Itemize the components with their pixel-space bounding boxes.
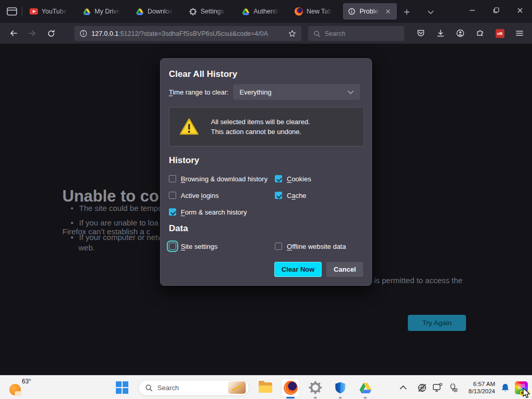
gear-icon	[309, 381, 322, 394]
display-icon[interactable]	[432, 382, 443, 393]
tab-close-icon[interactable]	[384, 7, 392, 16]
mouse-cursor	[523, 388, 531, 399]
restore-button[interactable]	[484, 0, 508, 21]
checkbox[interactable]	[275, 192, 282, 199]
checkbox-focused[interactable]	[169, 243, 176, 250]
error-bullet-3-wrap: web.	[78, 243, 95, 252]
error-bullet-1: The site could be tempo	[71, 204, 162, 212]
running-app-indicator	[339, 397, 342, 398]
warning-text: All selected items will be cleared. This…	[211, 117, 310, 137]
checkbox-offline-website-data[interactable]: Offline website data	[275, 241, 346, 251]
ublock-origin-icon[interactable]: uB	[493, 26, 507, 41]
search-bar[interactable]: Search	[308, 26, 404, 41]
checkbox-cookies[interactable]: Cookies	[275, 174, 311, 184]
checkbox-site-settings[interactable]: Site settings	[169, 241, 218, 251]
google-drive-icon	[242, 7, 250, 16]
taskbar-search-placeholder: Search	[157, 384, 179, 392]
time-range-select[interactable]: Everything	[233, 84, 360, 100]
bookmark-star-icon[interactable]	[288, 30, 296, 37]
tab-youtube[interactable]: YouTube	[25, 3, 73, 20]
checkbox[interactable]	[169, 208, 176, 216]
tab-my-drive[interactable]: My Drive -	[78, 3, 126, 20]
minimize-button[interactable]	[460, 0, 484, 21]
try-again-button[interactable]: Try Again	[408, 315, 466, 331]
youtube-icon	[30, 7, 38, 16]
checkbox-browsing-download-history[interactable]: Browsing & download history	[169, 174, 268, 184]
checkbox-label: Form & search history	[181, 208, 247, 216]
defender-taskbar-button[interactable]	[331, 379, 349, 396]
tab-label: My Drive -	[95, 8, 121, 15]
tab-label: Download	[148, 8, 174, 15]
time-range-value: Everything	[240, 88, 271, 96]
weather-icon	[9, 384, 21, 395]
screen: YouTube My Drive - Download Settings Aut…	[0, 0, 532, 399]
url-text: 127.0.0.1:51212/?state=3sdhaFfSsBVP6sU5c…	[91, 30, 284, 37]
tab-label: Problem	[360, 8, 380, 15]
taskbar-search[interactable]: Search	[138, 380, 249, 396]
tab-strip: YouTube My Drive - Download Settings Aut…	[25, 3, 397, 20]
site-info-icon[interactable]	[79, 30, 87, 37]
windows-logo-icon	[116, 381, 129, 394]
google-drive-taskbar-button[interactable]	[356, 379, 374, 396]
checkbox-label: Site settings	[181, 243, 218, 250]
tab-download[interactable]: Download	[131, 3, 179, 20]
tab-separator	[22, 6, 22, 17]
firefox-taskbar-button[interactable]	[282, 379, 299, 396]
shield-icon	[334, 381, 347, 394]
google-drive-icon	[83, 7, 91, 16]
new-tab-button[interactable]	[401, 6, 413, 18]
checkbox[interactable]	[169, 175, 176, 182]
cancel-button[interactable]: Cancel	[326, 262, 363, 277]
checkbox[interactable]	[275, 243, 282, 250]
list-tabs-button[interactable]	[425, 6, 436, 18]
checkbox[interactable]	[275, 175, 282, 182]
toolbar-icons: uB	[414, 26, 527, 41]
checkbox-label: Cookies	[287, 175, 311, 183]
taskbar-clock[interactable]: 6:57 AM 8/13/2024	[463, 380, 495, 395]
active-app-indicator	[286, 397, 295, 398]
file-explorer-button[interactable]	[257, 379, 274, 396]
windows-taskbar: 63° Search	[0, 375, 532, 399]
checkbox[interactable]	[169, 192, 176, 199]
search-placeholder: Search	[325, 30, 345, 37]
app-menu-icon[interactable]	[512, 26, 527, 41]
time-range-label: Time range to clear:	[169, 88, 229, 96]
clear-now-button[interactable]: Clear Now	[274, 262, 322, 277]
error-page-title: Unable to co	[62, 187, 159, 206]
google-drive-icon	[136, 7, 144, 16]
tab-problem-active[interactable]: Problem	[343, 3, 397, 20]
checkbox-cache[interactable]: Cache	[275, 190, 307, 201]
downloads-icon[interactable]	[433, 26, 448, 41]
search-icon	[145, 384, 153, 392]
clear-all-history-dialog: Clear All History Time range to clear: E…	[160, 58, 372, 286]
firefox-view-button[interactable]	[6, 6, 18, 17]
url-bar[interactable]: 127.0.0.1:51212/?state=3sdhaFfSsBVP6sU5c…	[74, 26, 301, 41]
forward-button[interactable]	[25, 26, 39, 41]
tab-new-tab[interactable]: New Tab	[290, 3, 338, 20]
weather-widget[interactable]: 63°	[8, 378, 45, 397]
settings-taskbar-button[interactable]	[307, 379, 324, 396]
account-icon[interactable]	[453, 26, 468, 41]
tab-label: New Tab	[307, 8, 333, 15]
time: 6:57 AM	[463, 380, 495, 388]
firefox-icon	[284, 381, 298, 395]
tab-settings[interactable]: Settings	[184, 3, 232, 20]
checkbox-label: Browsing & download history	[181, 175, 268, 183]
power-disconnected-icon[interactable]	[447, 382, 459, 393]
checkbox-form-search-history[interactable]: Form & search history	[169, 207, 247, 217]
search-highlight-image	[228, 381, 246, 394]
tray-expand-chevron-icon[interactable]	[397, 382, 409, 393]
warning-icon	[179, 117, 200, 136]
running-app-indicator	[314, 397, 317, 398]
back-button[interactable]	[6, 26, 21, 41]
notification-bell-icon[interactable]	[499, 382, 511, 393]
close-button[interactable]	[508, 0, 532, 21]
extensions-puzzle-icon[interactable]	[473, 26, 487, 41]
pocket-icon[interactable]	[414, 26, 428, 41]
no-internet-icon[interactable]	[416, 382, 428, 393]
gear-icon	[189, 7, 197, 16]
tab-authenticator[interactable]: Authentica	[237, 3, 285, 20]
reload-button[interactable]	[44, 26, 58, 41]
checkbox-active-logins[interactable]: Active logins	[169, 190, 219, 201]
start-button[interactable]	[113, 379, 131, 396]
